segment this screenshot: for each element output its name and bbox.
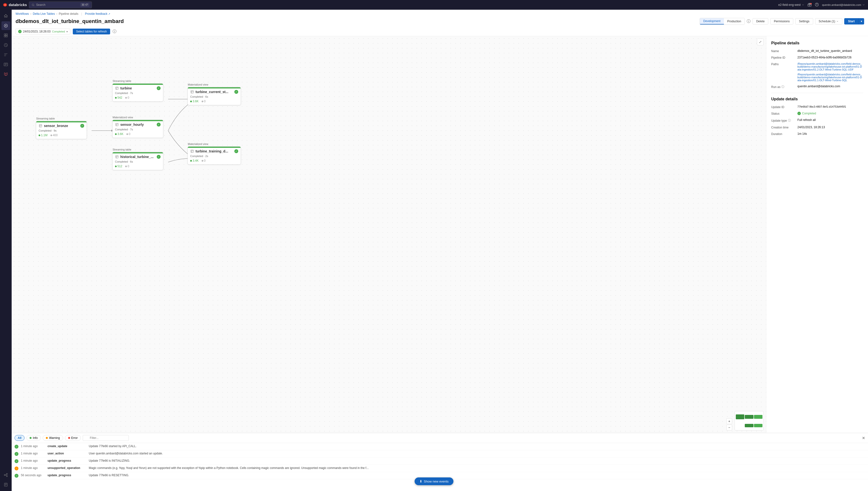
path2-link[interactable]: /Repos/quentin.ambard@databricks.com/fie… — [797, 73, 863, 82]
node-status-turbine: Completed · 7s — [113, 91, 163, 95]
node-sensor-bronze[interactable]: Streaming table sensor_bronze ✓ Complete… — [36, 121, 87, 139]
sidebar — [0, 10, 12, 491]
panel-key-creation-time: Creation time — [771, 125, 795, 129]
sidebar-item-delta-live[interactable] — [1, 70, 10, 79]
sidebar-item-workspace[interactable] — [1, 31, 10, 40]
zoom-in-btn[interactable]: + — [726, 418, 732, 424]
filter-info-btn[interactable]: Info — [26, 435, 41, 441]
node-metrics-turbine: 542 0 — [113, 95, 163, 101]
run-chevron-icon: ▾ — [66, 30, 68, 33]
delete-btn[interactable]: Delete — [753, 18, 768, 25]
permissions-btn[interactable]: Permissions — [770, 18, 793, 25]
mini-map-inner — [735, 411, 763, 430]
node-name-turbine: turbine — [120, 86, 155, 90]
log-entry-icon: ✓ — [15, 452, 19, 456]
filter-wrap — [83, 435, 860, 441]
node-header: historical_turbine_... ✓ — [113, 153, 163, 160]
svg-point-3 — [32, 4, 34, 6]
breadcrumb-current: Pipeline details — [59, 12, 78, 16]
breadcrumb-delta-live-tables[interactable]: Delta Live Tables — [33, 12, 55, 16]
log-entry-icon: ✓ — [15, 474, 19, 478]
node-name-sensor-hourly: sensor_hourly — [120, 123, 155, 126]
node-header: turbine_training_d... ✓ — [188, 148, 241, 154]
sidebar-item-connections[interactable] — [1, 471, 10, 480]
svg-rect-10 — [6, 34, 7, 35]
panel-value-duration: 1m 14s — [797, 132, 863, 136]
mode-toggle: Development Production — [700, 18, 745, 25]
node-turbine-training[interactable]: Materialized view turbine_training_d... … — [188, 146, 241, 165]
mini-block — [745, 424, 753, 427]
search-bar[interactable]: Search ⌘+P — [29, 1, 92, 8]
node-status-sensor-bronze: Completed · 9s — [36, 129, 87, 133]
error-dot — [68, 437, 70, 439]
info-dot — [30, 437, 31, 439]
mode-production-btn[interactable]: Production — [724, 18, 744, 25]
select-tables-btn[interactable]: Select tables for refresh — [73, 29, 110, 34]
log-entry-time: 1 minute ago — [21, 452, 45, 455]
update-type-help-icon[interactable]: ⓘ — [788, 118, 791, 123]
sidebar-item-compute[interactable] — [1, 60, 10, 69]
panel-row-run-as: Run as ⓘ quentin.ambard@databricks.com — [771, 85, 863, 89]
log-close-btn[interactable]: ✕ — [862, 436, 865, 440]
sidebar-item-recents[interactable] — [1, 41, 10, 50]
sidebar-item-docs[interactable] — [1, 480, 10, 489]
toolbar: ✓ 24/01/2023, 18:26:03 Completed ▾ Selec… — [12, 27, 868, 36]
show-events-btn[interactable]: ⬇ Show new events — [414, 478, 454, 485]
table-icon — [115, 155, 119, 159]
header-actions: Development Production ⓘ Delete Permissi… — [700, 18, 864, 25]
mini-map[interactable] — [735, 411, 764, 430]
panel-row-creation-time: Creation time 24/01/2023, 18:26:13 — [771, 125, 863, 129]
filter-warning-btn[interactable]: Warning — [43, 435, 63, 441]
zoom-out-btn[interactable]: − — [726, 425, 732, 430]
external-link-icon: ↗ — [108, 12, 110, 15]
mode-development-btn[interactable]: Development — [700, 18, 724, 25]
gift-icon[interactable]: 2 — [807, 2, 812, 7]
user-menu[interactable]: quentin.ambard@databricks.com — [822, 3, 865, 6]
feedback-link[interactable]: Provide feedback ↗ — [85, 12, 110, 16]
pipeline-canvas[interactable]: ⤢ — [12, 36, 766, 433]
log-entry-type: user_action — [48, 452, 86, 455]
start-btn-caret[interactable]: ▾ — [859, 18, 864, 25]
filter-error-btn[interactable]: Error — [65, 435, 81, 441]
node-turbine-current[interactable]: Materialized view turbine_current_st... … — [188, 87, 241, 105]
status-completed: ✓ Completed — [797, 112, 863, 115]
panel-key-run-as: Run as ⓘ — [771, 85, 795, 89]
canvas-expand-btn[interactable]: ⤢ — [757, 38, 764, 45]
mini-block — [754, 424, 762, 427]
panel-divider — [771, 93, 863, 93]
panel-row-pipeline-id: Pipeline ID 2371eeb3-0523-464a-b0f6-ba06… — [771, 56, 863, 59]
sidebar-item-workflows[interactable] — [1, 50, 10, 59]
log-filter-input[interactable] — [83, 435, 129, 441]
toolbar-help-btn[interactable]: ⓘ — [113, 29, 116, 34]
node-check-sensor-hourly: ✓ — [157, 123, 161, 126]
node-name-historical: historical_turbine_... — [120, 155, 155, 159]
zoom-controls: + − — [726, 418, 732, 430]
sidebar-item-home[interactable] — [1, 11, 10, 20]
node-turbine[interactable]: Streaming table turbine ✓ Completed · 7s… — [112, 83, 163, 102]
settings-btn[interactable]: Settings — [795, 18, 813, 25]
start-btn[interactable]: Start — [844, 18, 859, 25]
path1-link[interactable]: /Repos/quentin.ambard@databricks.com/fie… — [797, 62, 863, 71]
svg-point-15 — [4, 474, 5, 476]
region-selector[interactable]: e2-field-eng-west — [778, 3, 805, 6]
breadcrumb-sep2: › — [56, 12, 57, 16]
content-area: Workflows › Delta Live Tables › Pipeline… — [12, 10, 868, 491]
panel-value-update-type: Full refresh all — [797, 118, 863, 123]
mode-help-btn[interactable]: ⓘ — [747, 19, 751, 24]
help-icon[interactable] — [815, 2, 819, 7]
sidebar-item-create[interactable] — [1, 21, 10, 30]
log-entry-type: create_update — [48, 444, 86, 448]
run-selector[interactable]: ✓ 24/01/2023, 18:26:03 Completed ▾ — [16, 29, 70, 34]
update-details-title: Update details — [771, 97, 863, 101]
filter-all-btn[interactable]: All — [15, 435, 25, 441]
log-entry-message: Update 77fe66 started by API_CALL. — [89, 444, 865, 448]
breadcrumb-workflows[interactable]: Workflows — [16, 12, 29, 16]
log-entry-message: User quentin.ambard@databricks.com start… — [89, 452, 865, 455]
node-metrics-sensor-hourly: 3.6K 0 — [113, 132, 163, 138]
page-header: dbdemos_dlt_iot_turbine_quentin_ambard D… — [12, 17, 868, 27]
node-sensor-hourly[interactable]: Materialized view sensor_hourly ✓ Comple… — [112, 120, 163, 138]
schedule-btn[interactable]: Schedule (1) — [815, 18, 842, 25]
node-historical-turbine[interactable]: Streaming table historical_turbine_... ✓… — [112, 152, 163, 170]
warning-dot — [46, 437, 48, 439]
run-as-help-icon[interactable]: ⓘ — [781, 85, 784, 89]
